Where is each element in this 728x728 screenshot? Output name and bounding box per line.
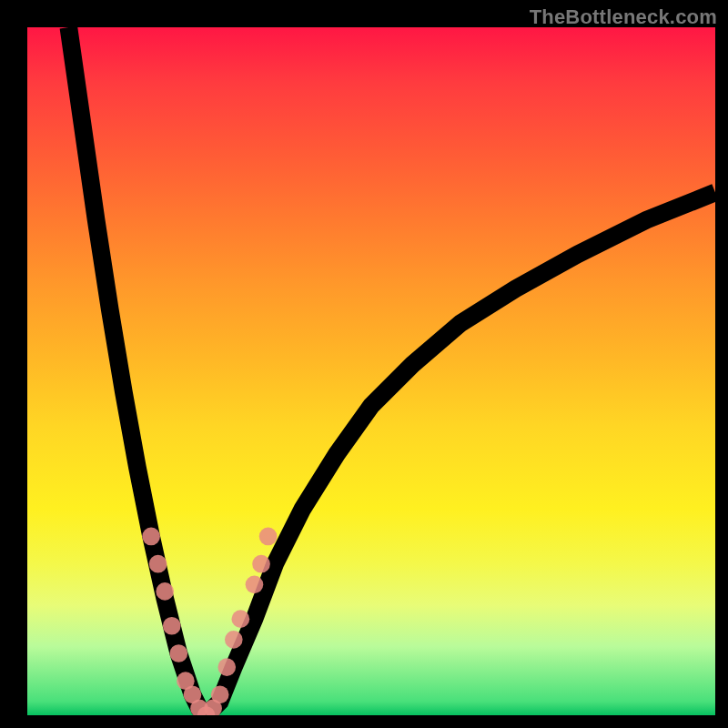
sample-dot [142,528,160,546]
sample-dot [156,582,174,601]
sample-dot [217,658,236,676]
sample-dot [169,644,187,662]
sample-dot [163,617,181,635]
sample-dot [149,555,167,573]
sample-dot [211,685,229,703]
sample-dot [259,528,278,546]
sample-dot [246,576,264,594]
sample-dot [232,610,250,628]
plot-svg [27,27,715,715]
plot-area [27,27,715,715]
sample-dot [225,631,243,649]
series-line-right [207,192,715,715]
watermark-text: TheBottleneck.com [530,5,717,29]
series-line-left [68,27,206,715]
chart-frame: TheBottleneck.com [0,0,728,728]
sample-dot [252,555,270,573]
